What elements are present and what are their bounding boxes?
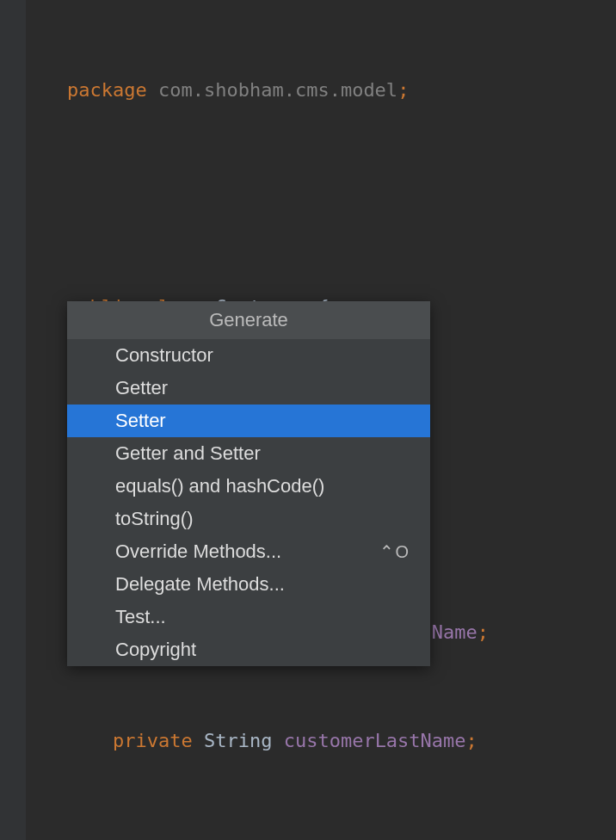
type: String xyxy=(193,723,273,759)
generate-popup: Generate ConstructorGetterSetterGetter a… xyxy=(67,301,430,666)
field-name: customerLastName xyxy=(272,723,465,759)
popup-item-label: Override Methods... xyxy=(115,540,281,563)
popup-item-equals-and-hashcode[interactable]: equals() and hashCode() xyxy=(67,470,430,503)
popup-items: ConstructorGetterSetterGetter and Setter… xyxy=(67,339,430,666)
popup-item-shortcut: ⌃O xyxy=(379,541,410,562)
code-line: private String customerEmail; xyxy=(67,831,616,840)
type: String xyxy=(193,831,273,840)
popup-item-label: equals() and hashCode() xyxy=(115,475,324,497)
popup-title: Generate xyxy=(67,301,430,339)
code-line-blank xyxy=(67,181,616,217)
package-path: com.shobham.cms.model xyxy=(147,72,397,108)
popup-item-override-methods[interactable]: Override Methods...⌃O xyxy=(67,535,430,568)
keyword: private xyxy=(113,723,193,759)
popup-item-getter[interactable]: Getter xyxy=(67,372,430,405)
field-name: customerEmail xyxy=(272,831,431,840)
editor-gutter xyxy=(0,0,26,840)
popup-item-label: Getter and Setter xyxy=(115,442,261,465)
popup-item-copyright[interactable]: Copyright xyxy=(67,633,430,666)
popup-item-setter[interactable]: Setter xyxy=(67,405,430,437)
popup-item-label: Test... xyxy=(115,606,166,628)
popup-item-label: Copyright xyxy=(115,639,196,661)
popup-item-label: toString() xyxy=(115,508,193,530)
popup-item-test[interactable]: Test... xyxy=(67,601,430,633)
code-line: package com.shobham.cms.model; xyxy=(67,72,616,108)
popup-item-getter-and-setter[interactable]: Getter and Setter xyxy=(67,437,430,470)
keyword: private xyxy=(113,831,193,840)
popup-item-constructor[interactable]: Constructor xyxy=(67,339,430,372)
code-line: private String customerLastName; xyxy=(67,723,616,759)
popup-item-tostring[interactable]: toString() xyxy=(67,503,430,535)
keyword: package xyxy=(67,72,147,108)
semicolon: ; xyxy=(477,615,489,651)
semicolon: ; xyxy=(397,72,409,108)
popup-item-delegate-methods[interactable]: Delegate Methods... xyxy=(67,568,430,601)
semicolon: ; xyxy=(432,831,443,840)
popup-item-label: Constructor xyxy=(115,344,213,367)
semicolon: ; xyxy=(466,723,477,759)
popup-item-label: Delegate Methods... xyxy=(115,573,285,596)
popup-item-label: Getter xyxy=(115,377,168,399)
popup-item-label: Setter xyxy=(115,410,166,432)
